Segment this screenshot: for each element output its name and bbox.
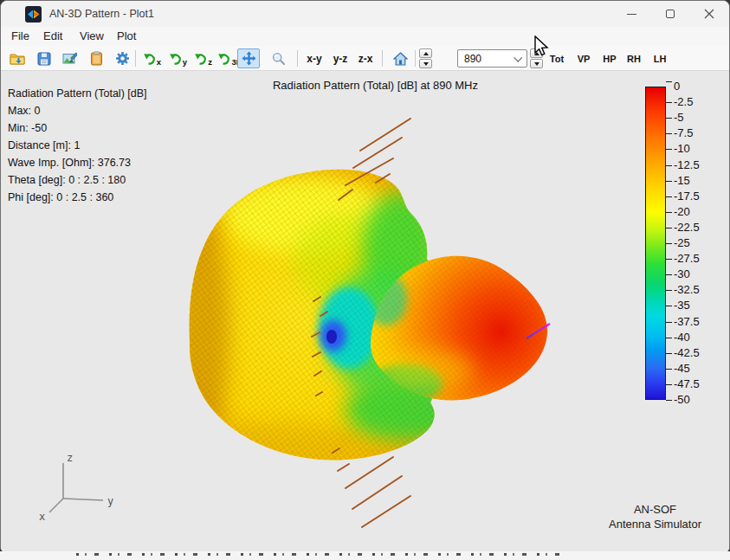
info-panel: Radiation Pattern (Total) [dB] Max: 0 Mi… [8,85,147,206]
open-folder-icon [10,52,26,66]
horizontal-pol-button[interactable]: HP [600,48,619,68]
view-xy-button[interactable]: x-y [303,48,326,68]
colorbar-tick: -40 [674,331,690,344]
colorbar-tick: -45 [674,363,690,375]
toolbar-separator [415,50,416,67]
close-icon [704,9,714,19]
colorbar-tick: -35 [674,299,690,312]
home-view-button[interactable] [388,48,412,68]
gear-icon [115,51,130,66]
scale-spinner-down[interactable] [419,59,432,68]
open-file-button[interactable] [6,48,29,68]
minimize-button[interactable] [612,1,650,27]
maximize-button[interactable] [651,1,689,27]
colorbar-tick: -50 [674,394,690,406]
close-button[interactable] [690,1,728,27]
axis-label-z: z [67,452,73,464]
export-image-button[interactable] [58,48,81,68]
colorbar-tick: -22.5 [674,222,700,234]
rotate-x-label: x [157,57,161,67]
rotate-z-label: z [208,57,212,67]
app-logo-icon [25,6,42,23]
colorbar-tick: -12.5 [674,159,700,171]
view-zx-button[interactable]: z-x [354,48,377,68]
watermark-line1: AN-SOF [575,502,730,517]
frequency-value: 890 [464,53,481,65]
save-button[interactable] [33,48,55,68]
colorbar [645,87,666,400]
colorbar-tick: -32.5 [674,284,700,296]
home-icon [393,52,408,66]
rotate-x-button[interactable]: x [140,48,165,68]
info-line-theta-range: Theta [deg]: 0 : 2.5 : 180 [8,171,147,189]
rotate-z-button[interactable]: z [191,48,216,68]
toolbar-separator [297,50,298,67]
view-yz-button[interactable]: y-z [329,48,352,68]
toolbar-separator [135,50,136,67]
move-tool-button[interactable] [237,48,260,68]
menu-view[interactable]: View [78,29,106,42]
frequency-spinner-up[interactable] [530,48,543,58]
colorbar-tick: -20 [674,206,690,218]
colorbar-tick: -7.5 [674,127,693,139]
clipboard-icon [90,51,103,66]
minimize-icon [627,14,636,15]
colorbar-tick: -25 [674,237,690,249]
toolbar: x y z 3D [1,46,729,71]
magnifier-icon [272,52,286,66]
plot-viewport[interactable]: Radiation Pattern (Total) [dB] at 890 MH… [1,71,729,554]
right-hand-pol-button[interactable]: RH [624,48,643,68]
background-page-text [76,553,561,556]
colorbar-tick: -5 [674,112,684,124]
colorbar-tick: -42.5 [674,347,700,359]
watermark: AN-SOF Antenna Simulator [575,502,730,531]
settings-button[interactable] [111,48,133,68]
frequency-combobox[interactable]: 890 [457,49,527,68]
colorbar-tick: -37.5 [674,316,700,328]
axis-label-y: y [107,495,113,507]
info-line-distance: Distance [m]: 1 [8,137,147,154]
rotate-arrow-icon [195,53,207,65]
info-line-min: Min: -50 [8,119,147,137]
move-arrows-icon [242,51,256,66]
vertical-pol-button[interactable]: VP [574,48,593,68]
colorbar-tick: -10 [674,143,690,155]
menu-plot[interactable]: Plot [115,29,138,42]
colorbar-tick: -15 [674,175,690,187]
frequency-spinner [530,48,543,68]
frequency-spinner-down[interactable] [530,59,543,68]
rotate-arrow-icon [170,53,182,65]
down-arrow-icon [534,62,539,66]
paste-button[interactable] [85,48,107,68]
title-bar: AN-3D Pattern - Plot1 [1,1,729,27]
colorbar-tick: -47.5 [674,378,700,390]
up-arrow-icon [534,52,539,55]
scale-spinner [419,48,432,68]
info-line-phi-range: Phi [deg]: 0 : 2.5 : 360 [8,189,147,206]
menu-file[interactable]: File [10,29,31,42]
save-floppy-icon [37,52,51,66]
app-window: AN-3D Pattern - Plot1 File Edit View Plo… [0,0,730,554]
toolbar-separator [382,50,383,67]
chevron-down-icon [514,54,522,62]
scale-spinner-up[interactable] [419,48,432,58]
info-line-wave-impedance: Wave Imp. [Ohm]: 376.73 [8,154,147,171]
colorbar-tick: 0 [674,80,680,93]
total-pattern-button[interactable]: Tot [546,48,568,68]
background-page [0,551,730,560]
axis-label-x: x [39,511,45,523]
colorbar-tick: -2.5 [674,96,693,108]
zoom-tool-button[interactable] [268,48,290,68]
rotate-arrow-icon [218,53,230,65]
left-hand-pol-button[interactable]: LH [650,48,669,68]
colorbar-tick: -27.5 [674,253,700,265]
colorbar-tick: -30 [674,268,690,280]
menu-edit[interactable]: Edit [42,29,64,42]
edit-image-icon [62,52,77,66]
info-line-quantity: Radiation Pattern (Total) [dB] [8,85,147,102]
colorbar-tick: -17.5 [674,190,700,203]
rotate-y-button[interactable]: y [166,48,191,68]
down-arrow-icon [423,62,429,66]
watermark-line2: Antenna Simulator [575,517,730,531]
rotate-arrow-icon [144,53,156,65]
